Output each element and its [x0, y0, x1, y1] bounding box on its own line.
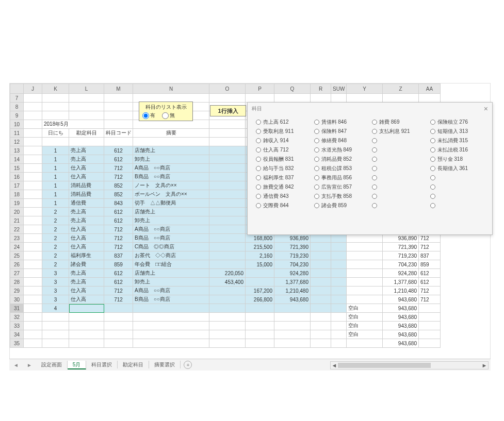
row-header[interactable]: 13 [10, 146, 24, 155]
subject-option[interactable] [430, 183, 484, 191]
cell[interactable] [24, 155, 42, 164]
cell[interactable] [311, 234, 331, 243]
subject-cell[interactable]: 売上高 [69, 216, 104, 225]
cell[interactable] [24, 304, 42, 313]
desc-cell[interactable]: A商品 ○○商店 [133, 287, 209, 295]
cell[interactable]: 721,390 [383, 243, 419, 251]
day-cell[interactable]: 2 [42, 243, 69, 251]
row-header[interactable]: 29 [10, 287, 24, 295]
row-header[interactable]: 27 [10, 269, 24, 278]
desc-cell[interactable]: ノート 文具の×× [133, 181, 209, 190]
cell[interactable] [209, 199, 246, 208]
cell[interactable] [104, 94, 133, 103]
desc-cell[interactable]: 卸売上 [133, 216, 209, 225]
cell[interactable] [209, 313, 246, 322]
cell[interactable] [133, 94, 209, 103]
cell[interactable] [311, 339, 331, 348]
cell[interactable]: 167,200 [246, 287, 274, 295]
cell[interactable] [209, 295, 246, 304]
cell[interactable] [133, 339, 209, 348]
cell[interactable]: 936,890 [383, 234, 419, 243]
day-cell[interactable]: 2 [42, 260, 69, 269]
cell[interactable] [69, 111, 104, 120]
cell[interactable] [246, 339, 274, 348]
cell[interactable] [24, 295, 42, 304]
subject-cell[interactable]: 仕入高 [69, 164, 104, 173]
cell[interactable] [311, 94, 331, 103]
row-header[interactable]: 19 [10, 199, 24, 208]
subject-option[interactable]: 賃借料 846 [314, 118, 368, 126]
cell[interactable] [209, 322, 246, 330]
cell[interactable] [347, 243, 383, 251]
cell[interactable] [331, 269, 347, 278]
cell[interactable] [209, 251, 246, 260]
cell[interactable]: 719,230 [274, 251, 311, 260]
cell[interactable] [419, 304, 441, 313]
cell[interactable]: 1,377,680 [383, 278, 419, 287]
scroll-thumb[interactable] [338, 363, 431, 368]
cell[interactable] [209, 120, 246, 129]
radio-off[interactable]: 無 [161, 112, 175, 118]
cell[interactable] [331, 322, 347, 330]
cell[interactable] [311, 243, 331, 251]
row-header[interactable]: 31 [10, 304, 24, 313]
cell[interactable] [311, 322, 331, 330]
row-header[interactable]: 30 [10, 295, 24, 304]
cell[interactable]: 719,230 [383, 251, 419, 260]
cell[interactable] [42, 103, 69, 111]
cell[interactable] [24, 216, 42, 225]
cell[interactable] [419, 322, 441, 330]
cell[interactable] [246, 322, 274, 330]
subject-cell[interactable]: 仕入高 [69, 234, 104, 243]
desc-cell[interactable]: 年会費 □□組合 [133, 260, 209, 269]
column-header[interactable]: P [246, 84, 274, 94]
subject-option[interactable]: 雑収入 914 [256, 137, 310, 144]
subject-option[interactable] [430, 174, 484, 181]
subject-option[interactable]: 未払消費 315 [430, 137, 484, 144]
cell[interactable]: 712 [419, 243, 441, 251]
subject-option[interactable] [372, 183, 426, 191]
cell[interactable]: 936,890 [274, 234, 311, 243]
cell[interactable] [209, 234, 246, 243]
subject-option[interactable] [372, 192, 426, 200]
code-cell[interactable]: 712 [104, 243, 133, 251]
cell[interactable]: 1,377,680 [274, 278, 311, 287]
desc-cell[interactable]: B商品 ○○商店 [133, 234, 209, 243]
cell[interactable] [246, 269, 274, 278]
subject-option[interactable]: 保険料 847 [314, 127, 368, 135]
subject-option[interactable]: 事務用品 856 [314, 174, 368, 181]
day-cell[interactable]: 3 [42, 295, 69, 304]
cell[interactable]: 712 [419, 287, 441, 295]
column-header[interactable]: L [69, 84, 104, 94]
cell[interactable] [104, 111, 133, 120]
scroll-right-icon[interactable]: ► [481, 362, 488, 368]
cell[interactable] [274, 339, 311, 348]
desc-cell[interactable]: お茶代 ◇◇商店 [133, 251, 209, 260]
cell[interactable] [104, 339, 133, 348]
cell[interactable]: 空白 [347, 330, 383, 339]
subject-option[interactable] [372, 137, 426, 144]
cell[interactable] [419, 330, 441, 339]
cell[interactable] [24, 208, 42, 216]
cell[interactable] [133, 322, 209, 330]
cell[interactable] [24, 251, 42, 260]
cell[interactable] [209, 155, 246, 164]
day-cell[interactable]: 1 [42, 164, 69, 173]
code-cell[interactable]: 612 [104, 208, 133, 216]
subject-option[interactable] [372, 164, 426, 172]
cell[interactable] [24, 146, 42, 155]
subject-cell[interactable]: 売上高 [69, 208, 104, 216]
cell[interactable] [347, 94, 383, 103]
add-sheet-icon[interactable]: + [184, 361, 192, 369]
subject-option[interactable]: 福利厚生 837 [256, 174, 310, 181]
column-header[interactable]: N [133, 84, 209, 94]
cell[interactable] [311, 295, 331, 304]
code-cell[interactable]: 712 [104, 295, 133, 304]
cell[interactable] [24, 138, 42, 146]
row-header[interactable]: 35 [10, 339, 24, 348]
code-cell[interactable]: 843 [104, 199, 133, 208]
sheet-tab[interactable]: 勘定科目 [118, 361, 149, 368]
subject-option[interactable]: 未払法税 316 [430, 146, 484, 154]
cell[interactable] [331, 234, 347, 243]
day-cell[interactable]: 1 [42, 199, 69, 208]
